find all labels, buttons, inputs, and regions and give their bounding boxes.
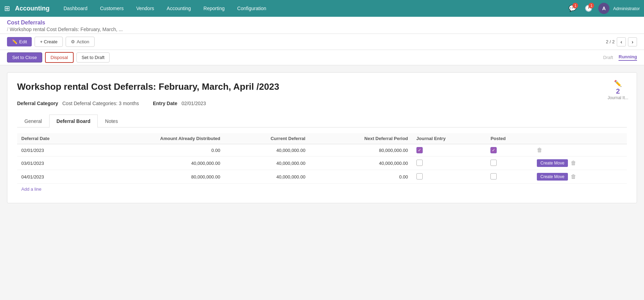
activities-button[interactable]: 🕐 1 bbox=[582, 2, 595, 15]
create-button[interactable]: + Create bbox=[35, 37, 62, 47]
action-button[interactable]: ⚙ Action bbox=[66, 37, 95, 47]
cell-actions-0: 🗑 bbox=[533, 144, 627, 156]
deferral-category-group: Deferral Category Cost Deferral Categori… bbox=[17, 101, 139, 106]
col-header-date: Deferral Date bbox=[17, 133, 89, 144]
col-header-next-period: Next Deferral Period bbox=[310, 133, 412, 144]
col-header-journal-entry: Journal Entry bbox=[412, 133, 487, 144]
pagination-prev[interactable]: ‹ bbox=[617, 37, 626, 46]
add-line-button[interactable]: Add a line bbox=[17, 184, 46, 195]
cell-date-1: 03/01/2023 bbox=[17, 156, 89, 170]
admin-name[interactable]: Administrator bbox=[613, 6, 640, 11]
activities-badge: 1 bbox=[589, 3, 594, 8]
top-navigation: ⊞ Accounting Dashboard Customers Vendors… bbox=[0, 0, 644, 17]
checkbox-posted-1[interactable] bbox=[490, 160, 497, 166]
fields-row: Deferral Category Cost Deferral Categori… bbox=[17, 101, 627, 106]
cell-next-1: 40,000,000.00 bbox=[310, 156, 412, 170]
col-header-current-deferral: Current Deferral bbox=[224, 133, 310, 144]
record-card: ✏️ 2 Journal It... Workshop rental Cost … bbox=[7, 72, 637, 203]
journal-label: Journal It... bbox=[608, 95, 628, 100]
cell-next-0: 80,000,000.00 bbox=[310, 144, 412, 156]
messages-button[interactable]: 💬 1 bbox=[566, 2, 579, 15]
cell-amount-2: 80,000,000.00 bbox=[89, 170, 224, 184]
toolbar: ✏️ Edit + Create ⚙ Action 2 / 2 ‹ › bbox=[0, 34, 644, 50]
delete-row-button-1[interactable]: 🗑 bbox=[571, 160, 576, 166]
edit-button[interactable]: ✏️ Edit bbox=[7, 37, 32, 46]
table-row: 04/01/202380,000,000.0040,000,000.000.00… bbox=[17, 170, 627, 184]
cell-next-2: 0.00 bbox=[310, 170, 412, 184]
cell-current-2: 40,000,000.00 bbox=[224, 170, 310, 184]
checkbox-journal-entry-1[interactable] bbox=[416, 160, 423, 166]
col-header-actions bbox=[533, 133, 627, 144]
cell-journal-entry-1[interactable] bbox=[412, 156, 487, 170]
entry-date-value[interactable]: 02/01/2023 bbox=[182, 101, 251, 106]
cell-current-1: 40,000,000.00 bbox=[224, 156, 310, 170]
messages-badge: 1 bbox=[572, 3, 578, 8]
pagination: 2 / 2 ‹ › bbox=[606, 37, 637, 46]
app-title: Accounting bbox=[15, 5, 50, 12]
status-draft: Draft bbox=[603, 55, 613, 60]
nav-item-vendors[interactable]: Vendors bbox=[131, 0, 159, 17]
status-bar: Set to Close Disposal Set to Draft Draft… bbox=[0, 50, 644, 65]
breadcrumb-parent[interactable]: Cost Deferrals bbox=[7, 20, 637, 26]
checkbox-posted-0[interactable] bbox=[490, 147, 497, 153]
nav-item-customers[interactable]: Customers bbox=[95, 0, 129, 17]
checkbox-posted-2[interactable] bbox=[490, 173, 497, 180]
col-header-amount-distributed: Amount Already Distributed bbox=[89, 133, 224, 144]
create-move-button-1[interactable]: Create Move bbox=[537, 159, 568, 167]
checkbox-journal-entry-0[interactable] bbox=[416, 147, 423, 153]
pagination-info: 2 / 2 bbox=[606, 39, 615, 44]
nav-item-dashboard[interactable]: Dashboard bbox=[59, 0, 92, 17]
tab-deferral-board[interactable]: Deferral Board bbox=[49, 115, 98, 127]
status-indicator: Draft Running bbox=[603, 54, 637, 61]
tabs: General Deferral Board Notes bbox=[17, 115, 627, 127]
delete-row-button-0[interactable]: 🗑 bbox=[537, 147, 542, 153]
deferral-table: Deferral Date Amount Already Distributed… bbox=[17, 133, 627, 184]
cell-date-2: 04/01/2023 bbox=[17, 170, 89, 184]
cell-amount-0: 0.00 bbox=[89, 144, 224, 156]
cell-amount-1: 40,000,000.00 bbox=[89, 156, 224, 170]
delete-row-button-2[interactable]: 🗑 bbox=[571, 174, 576, 180]
deferral-category-value[interactable]: Cost Deferral Categories: 3 months bbox=[62, 101, 139, 106]
pagination-next[interactable]: › bbox=[628, 37, 637, 46]
deferral-category-label: Deferral Category bbox=[17, 101, 58, 106]
nav-item-accounting[interactable]: Accounting bbox=[162, 0, 196, 17]
cell-posted-2[interactable] bbox=[486, 170, 533, 184]
tab-general[interactable]: General bbox=[17, 115, 49, 127]
breadcrumb-area: Cost Deferrals / Workshop rental Cost De… bbox=[0, 17, 644, 34]
table-row: 03/01/202340,000,000.0040,000,000.0040,0… bbox=[17, 156, 627, 170]
cell-journal-entry-2[interactable] bbox=[412, 170, 487, 184]
set-to-draft-button[interactable]: Set to Draft bbox=[76, 52, 110, 63]
app-grid-icon[interactable]: ⊞ bbox=[4, 4, 10, 13]
breadcrumb-current: / Workshop rental Cost Deferrals: Februa… bbox=[7, 27, 637, 32]
entry-date-group: Entry Date 02/01/2023 bbox=[153, 101, 251, 106]
nav-item-configuration[interactable]: Configuration bbox=[232, 0, 271, 17]
table-row: 02/01/20230.0040,000,000.0080,000,000.00… bbox=[17, 144, 627, 156]
journal-count: 2 bbox=[616, 87, 620, 95]
journal-badge[interactable]: ✏️ 2 Journal It... bbox=[608, 80, 628, 100]
pencil-icon: ✏️ bbox=[614, 80, 622, 87]
cell-posted-1[interactable] bbox=[486, 156, 533, 170]
cell-actions-2: Create Move🗑 bbox=[533, 170, 627, 184]
disposal-button[interactable]: Disposal bbox=[45, 52, 74, 63]
col-header-posted: Posted bbox=[486, 133, 533, 144]
cell-actions-1: Create Move🗑 bbox=[533, 156, 627, 170]
cell-date-0: 02/01/2023 bbox=[17, 144, 89, 156]
cell-journal-entry-0[interactable] bbox=[412, 144, 487, 156]
nav-icons: 💬 1 🕐 1 A Administrator bbox=[566, 2, 640, 15]
cell-current-0: 40,000,000.00 bbox=[224, 144, 310, 156]
cell-posted-0[interactable] bbox=[486, 144, 533, 156]
record-title: Workshop rental Cost Deferrals: February… bbox=[17, 81, 331, 93]
tab-notes[interactable]: Notes bbox=[98, 115, 125, 127]
nav-item-reporting[interactable]: Reporting bbox=[199, 0, 230, 17]
set-to-close-button[interactable]: Set to Close bbox=[7, 52, 42, 63]
entry-date-label: Entry Date bbox=[153, 101, 177, 106]
avatar[interactable]: A bbox=[598, 3, 609, 14]
status-running: Running bbox=[619, 54, 637, 61]
create-move-button-2[interactable]: Create Move bbox=[537, 173, 568, 181]
main-content: ✏️ 2 Journal It... Workshop rental Cost … bbox=[0, 65, 644, 210]
checkbox-journal-entry-2[interactable] bbox=[416, 173, 423, 180]
